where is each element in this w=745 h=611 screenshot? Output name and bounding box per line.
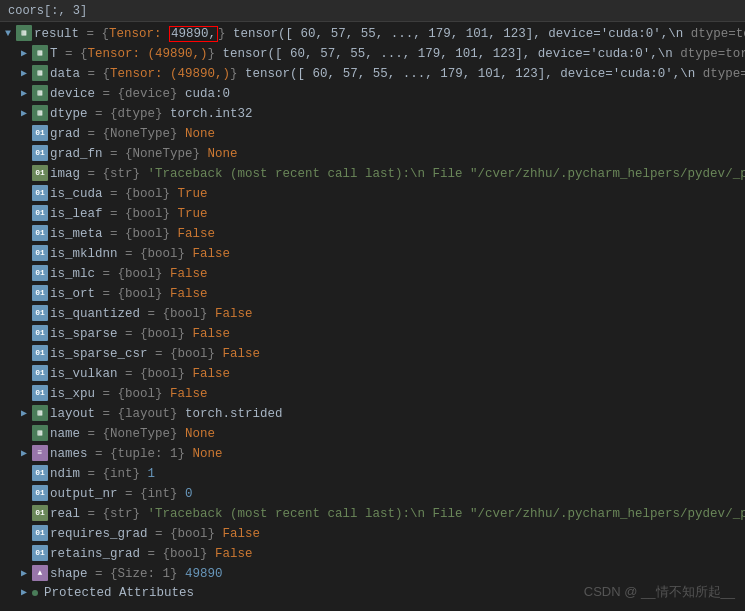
bool-icon: 01 (32, 185, 48, 201)
table-row[interactable]: ▦ device = {device} cuda:0 (0, 84, 745, 104)
table-row[interactable]: 01 is_ort = {bool} False (0, 284, 745, 304)
table-row[interactable]: ▦ layout = {layout} torch.strided (0, 404, 745, 424)
list-icon: ▲ (32, 565, 48, 581)
table-row[interactable]: ▲ shape = {Size: 1} 49890 (0, 564, 745, 584)
row-content-name: name = {NoneType} None (50, 425, 745, 443)
row-content-is-leaf: is_leaf = {bool} True (50, 205, 745, 223)
csdn-text: CSDN @ __情不知所起__ (584, 584, 735, 599)
row-content-is-cuda: is_cuda = {bool} True (50, 185, 745, 203)
bool-icon: 01 (32, 265, 48, 281)
table-row[interactable]: 01 is_cuda = {bool} True (0, 184, 745, 204)
row-content-ndim: ndim = {int} 1 (50, 465, 745, 483)
tensor-icon: ▦ (32, 405, 48, 421)
table-row[interactable]: ▦ data = {Tensor: (49890,)} tensor([ 60,… (0, 64, 745, 84)
table-row[interactable]: ≡ names = {tuple: 1} None (0, 444, 745, 464)
dtype-icon: ▦ (32, 105, 48, 121)
row-content-imag: imag = {str} 'Traceback (most recent cal… (50, 165, 745, 183)
table-row[interactable]: 01 grad_fn = {NoneType} None (0, 144, 745, 164)
table-row[interactable]: 01 ndim = {int} 1 (0, 464, 745, 484)
int-icon: 01 (32, 485, 48, 501)
bool-icon: 01 (32, 205, 48, 221)
table-row[interactable]: 01 grad = {NoneType} None (0, 124, 745, 144)
int-icon: 01 (32, 465, 48, 481)
str-icon: 01 (32, 505, 48, 521)
toggle-protected[interactable] (16, 584, 32, 602)
bool-icon: 01 (32, 525, 48, 541)
toggle-shape[interactable] (16, 565, 32, 583)
row-content-dtype: dtype = {dtype} torch.int32 (50, 105, 745, 123)
row-content-data: data = {Tensor: (49890,)} tensor([ 60, 5… (50, 65, 745, 83)
row-content-is-sparse-csr: is_sparse_csr = {bool} False (50, 345, 745, 363)
table-row[interactable]: 01 retains_grad = {bool} False (0, 544, 745, 564)
bool-icon: 01 (32, 305, 48, 321)
table-row[interactable]: 01 is_xpu = {bool} False (0, 384, 745, 404)
table-row[interactable]: ▦ T = {Tensor: (49890,)} tensor([ 60, 57… (0, 44, 745, 64)
bool-icon: 01 (32, 385, 48, 401)
tensor-icon: ▦ (16, 25, 32, 41)
toggle-names[interactable] (16, 445, 32, 463)
table-row[interactable]: 01 is_meta = {bool} False (0, 224, 745, 244)
row-content-shape: shape = {Size: 1} 49890 (50, 565, 745, 583)
toggle-T[interactable] (16, 45, 32, 63)
bool-icon: 01 (32, 145, 48, 161)
tensor-icon: ▦ (32, 45, 48, 61)
bool-icon: 01 (32, 245, 48, 261)
toggle-device[interactable] (16, 85, 32, 103)
row-content-is-sparse: is_sparse = {bool} False (50, 325, 745, 343)
csdn-watermark: CSDN @ __情不知所起__ (584, 583, 735, 601)
table-row[interactable]: 01 is_sparse_csr = {bool} False (0, 344, 745, 364)
top-bar: coors[:, 3] (0, 0, 745, 22)
row-content-is-quantized: is_quantized = {bool} False (50, 305, 745, 323)
toggle-data[interactable] (16, 65, 32, 83)
row-content-T: T = {Tensor: (49890,)} tensor([ 60, 57, … (50, 45, 745, 63)
row-content-real: real = {str} 'Traceback (most recent cal… (50, 505, 745, 523)
table-row[interactable]: 01 requires_grad = {bool} False (0, 524, 745, 544)
tensor-icon: ▦ (32, 65, 48, 81)
table-row[interactable]: ▦ result = {Tensor: 49890,} tensor([ 60,… (0, 24, 745, 44)
table-row[interactable]: 01 output_nr = {int} 0 (0, 484, 745, 504)
table-row[interactable]: 01 imag = {str} 'Traceback (most recent … (0, 164, 745, 184)
row-content-grad: grad = {NoneType} None (50, 125, 745, 143)
toggle-layout[interactable] (16, 405, 32, 423)
bool-icon: 01 (32, 345, 48, 361)
table-row[interactable]: ▦ name = {NoneType} None (0, 424, 745, 444)
expression-label: coors[:, 3] (8, 4, 87, 18)
tree-container[interactable]: ▦ result = {Tensor: 49890,} tensor([ 60,… (0, 22, 745, 611)
table-row[interactable]: 01 real = {str} 'Traceback (most recent … (0, 504, 745, 524)
tensor-icon: ▦ (32, 425, 48, 441)
row-content-is-mlc: is_mlc = {bool} False (50, 265, 745, 283)
table-row[interactable]: ▦ dtype = {dtype} torch.int32 (0, 104, 745, 124)
row-content-names: names = {tuple: 1} None (50, 445, 745, 463)
row-content-output-nr: output_nr = {int} 0 (50, 485, 745, 503)
toggle-result[interactable] (0, 25, 16, 43)
protected-icon (32, 590, 38, 596)
table-row[interactable]: 01 is_vulkan = {bool} False (0, 364, 745, 384)
row-content-device: device = {device} cuda:0 (50, 85, 745, 103)
device-icon: ▦ (32, 85, 48, 101)
row-content-is-meta: is_meta = {bool} False (50, 225, 745, 243)
row-content-is-ort: is_ort = {bool} False (50, 285, 745, 303)
str-icon: 01 (32, 165, 48, 181)
table-row[interactable]: 01 is_leaf = {bool} True (0, 204, 745, 224)
bool-icon: 01 (32, 285, 48, 301)
bool-icon: 01 (32, 125, 48, 141)
row-content-is-vulkan: is_vulkan = {bool} False (50, 365, 745, 383)
protected-label: Protected Attributes (44, 586, 194, 600)
row-content-is-mkldnn: is_mkldnn = {bool} False (50, 245, 745, 263)
row-content-retains-grad: retains_grad = {bool} False (50, 545, 745, 563)
row-content-grad-fn: grad_fn = {NoneType} None (50, 145, 745, 163)
debugger-panel: coors[:, 3] ▦ result = {Tensor: 49890,} … (0, 0, 745, 611)
toggle-dtype[interactable] (16, 105, 32, 123)
table-row[interactable]: 01 is_mlc = {bool} False (0, 264, 745, 284)
list-icon: ≡ (32, 445, 48, 461)
bool-icon: 01 (32, 325, 48, 341)
bool-icon: 01 (32, 545, 48, 561)
row-content-result: result = {Tensor: 49890,} tensor([ 60, 5… (34, 25, 745, 43)
bool-icon: 01 (32, 365, 48, 381)
bool-icon: 01 (32, 225, 48, 241)
table-row[interactable]: 01 is_quantized = {bool} False (0, 304, 745, 324)
table-row[interactable]: 01 is_sparse = {bool} False (0, 324, 745, 344)
row-content-layout: layout = {layout} torch.strided (50, 405, 745, 423)
table-row[interactable]: 01 is_mkldnn = {bool} False (0, 244, 745, 264)
row-content-requires-grad: requires_grad = {bool} False (50, 525, 745, 543)
